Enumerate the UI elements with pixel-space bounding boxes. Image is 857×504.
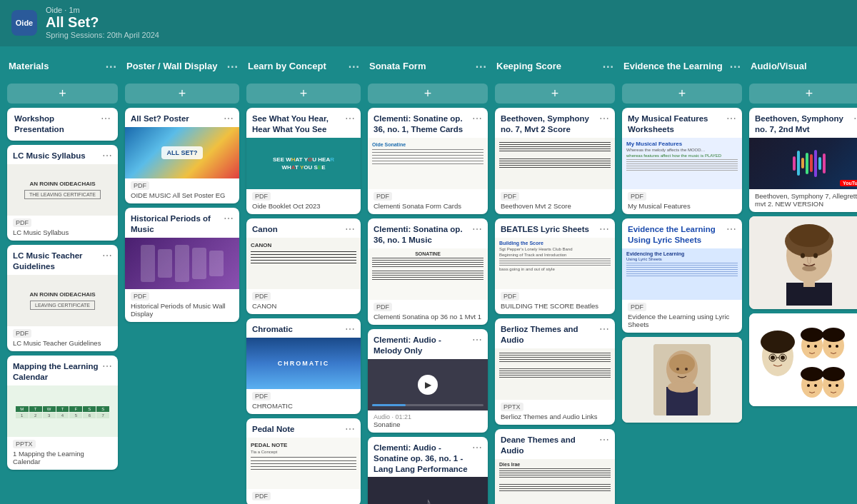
column-menu-materials[interactable]: ⋯ (105, 60, 116, 74)
column-menu-evidence[interactable]: ⋯ (729, 60, 741, 74)
svg-point-36 (822, 367, 845, 381)
column-keeping-score: Keeping Score ⋯ + Beethoven, Symphony no… (495, 54, 615, 504)
card-mapping-menu[interactable]: ⋯ (102, 361, 112, 372)
card-pedal-note-menu[interactable]: ⋯ (345, 423, 355, 435)
card-lc-teacher-tag: PDF (13, 329, 31, 338)
card-evidence-lyric-menu[interactable]: ⋯ (726, 223, 736, 235)
svg-point-5 (676, 368, 679, 371)
card-lc-teacher-label: LC Music Teacher Guidelines (13, 339, 112, 347)
add-card-materials[interactable]: + (7, 84, 118, 104)
card-clementi-music-title: Clementi: Sonatina op. 36, no. 1 Music (374, 224, 469, 246)
svg-point-28 (822, 328, 845, 342)
add-card-evidence[interactable]: + (622, 84, 742, 104)
column-header-evidence: Evidence the Learning ⋯ (622, 54, 742, 79)
svg-point-11 (801, 253, 805, 258)
card-beatles-lyric-menu[interactable]: ⋯ (599, 223, 609, 235)
card-my-musical-menu[interactable]: ⋯ (726, 113, 736, 124)
card-lc-syllabus-image: AN ROINN OIDEACHAIS THE LEAVING CERTIFIC… (7, 164, 118, 216)
svg-point-17 (761, 331, 795, 353)
column-menu-sonata[interactable]: ⋯ (475, 60, 486, 74)
card-lc-syllabus-menu[interactable]: ⋯ (102, 150, 112, 161)
card-lc-syllabus-tag: PDF (13, 218, 31, 227)
column-poster: Poster / Wall Display ⋯ + All Set? Poste… (125, 54, 239, 504)
card-beatles-lyric-title: BEATLES Lyric Sheets (501, 224, 596, 235)
card-allset-poster-label: OIDE MUSIC All Set Poster EG (131, 191, 234, 199)
card-beatles-cartoon-image (749, 313, 857, 406)
card-my-musical-title: My Musical Features Worksheets (628, 114, 723, 135)
card-clementi-music-menu[interactable]: ⋯ (472, 223, 482, 235)
card-lc-teacher-menu[interactable]: ⋯ (102, 250, 112, 261)
header-info: Oide · 1m All Set? Spring Sessions: 20th… (46, 6, 159, 39)
card-workshop-menu[interactable]: ⋯ (101, 113, 111, 124)
card-beethoven-score-label: Beethoven Mvt 2 Score (501, 202, 609, 210)
card-my-musical: My Musical Features Worksheets ⋯ My Musi… (622, 108, 742, 214)
card-chromatic: Chromatic ⋯ CHROMATIC PDF CHROMATIC (246, 318, 361, 414)
svg-point-15 (802, 266, 816, 271)
card-chromatic-menu[interactable]: ⋯ (345, 323, 355, 335)
card-berlioz-menu[interactable]: ⋯ (599, 323, 609, 335)
card-deane-menu[interactable]: ⋯ (599, 434, 609, 445)
column-menu-poster[interactable]: ⋯ (226, 60, 238, 74)
card-canon: Canon ⋯ CANON PDF CANON (246, 218, 361, 314)
card-clementi-audio: Clementi: Audio - Melody Only ⋯ ▶ Audio … (368, 329, 488, 433)
card-clementi-lang-menu[interactable]: ⋯ (472, 442, 482, 453)
card-beethoven-score-menu[interactable]: ⋯ (599, 113, 609, 124)
card-clementi-music-image: SONATINE (368, 248, 488, 300)
svg-point-19 (781, 356, 785, 360)
card-pedal-note-tag: PDF (252, 492, 271, 500)
card-clementi-cards-tag: PDF (374, 192, 392, 201)
add-card-keeping-score[interactable]: + (495, 84, 615, 104)
column-title-keeping-score: Keeping Score (496, 61, 602, 72)
add-card-audio-visual[interactable]: + (749, 84, 857, 104)
card-chromatic-tag: PDF (252, 392, 271, 400)
column-menu-keeping-score[interactable]: ⋯ (602, 60, 613, 74)
card-clementi-music-label: Clementi Sonatina op 36 no 1 Mvt 1 (374, 313, 482, 321)
card-mapping-image: M T W T F S S 1 2 3 4 (7, 385, 118, 437)
card-hist-periods: Historical Periods of Music ⋯ PDF Histor… (125, 208, 239, 322)
card-clementi-audio-menu[interactable]: ⋯ (472, 334, 482, 346)
svg-point-4 (668, 381, 696, 393)
card-allset-poster-title: All Set? Poster (131, 114, 221, 124)
card-pedal-note-title: Pedal Note (252, 424, 342, 435)
card-evidence-lyric-title: Evidence the Learning Using Lyric Sheets (628, 224, 723, 246)
card-allset-poster: All Set? Poster ⋯ ALL SET? PDF OIDE MUSI… (125, 108, 239, 203)
card-mapping-title: Mapping the Learning Calendar (13, 361, 99, 383)
column-header-sonata: Sonata Form ⋯ (368, 54, 488, 79)
card-beethoven-score-image (495, 138, 615, 189)
card-canon-image: CANON (246, 238, 361, 289)
add-card-poster[interactable]: + (125, 84, 239, 104)
card-deane: Deane Themes and Audio ⋯ Dies Irae (495, 429, 615, 504)
card-lc-syllabus: LC Music Syllabus ⋯ AN ROINN OIDEACHAIS … (7, 145, 118, 241)
column-header-keeping-score: Keeping Score ⋯ (495, 54, 615, 79)
card-beethoven-mvt-menu[interactable]: ⋯ (853, 113, 857, 124)
card-beatles-lyric-image: Building the Score Sgt Pepper's Lonely H… (495, 238, 615, 289)
card-my-musical-tag: PDF (628, 192, 646, 201)
card-clementi-cards-menu[interactable]: ⋯ (472, 113, 482, 124)
column-title-poster: Poster / Wall Display (126, 61, 226, 72)
card-clementi-audio-label: Sonatine (374, 420, 482, 428)
card-hist-periods-menu[interactable]: ⋯ (224, 213, 234, 224)
card-clementi-cards-title: Clementi: Sonatine op. 36, no. 1, Theme … (374, 114, 469, 135)
column-header-audio-visual: Audio/Visual ⋯ (749, 54, 857, 79)
card-clementi-cards-label: Clementi Sonata Form Cards (374, 202, 482, 210)
play-button-clementi-audio[interactable]: ▶ (418, 375, 438, 395)
card-clementi-music-tag: PDF (374, 303, 392, 311)
card-hist-periods-label: Historical Periods of Music Wall Display (131, 302, 234, 318)
card-canon-menu[interactable]: ⋯ (345, 223, 355, 235)
card-hist-periods-title: Historical Periods of Music (131, 213, 221, 235)
add-card-sonata[interactable]: + (368, 84, 488, 104)
card-evidence-lyric-image: Evidencing the Learning Using Lyric Shee… (622, 248, 742, 300)
card-see-what-menu[interactable]: ⋯ (345, 113, 355, 124)
card-clementi-audio-duration: Audio · 01:21 (374, 413, 482, 420)
card-clementi-lang-image: ♪ (368, 477, 488, 504)
card-clementi-music: Clementi: Sonatina op. 36, no. 1 Music ⋯… (368, 218, 488, 325)
svg-point-34 (814, 384, 817, 387)
svg-point-38 (836, 384, 838, 387)
column-menu-learn-concept[interactable]: ⋯ (348, 60, 359, 74)
card-chromatic-title: Chromatic (252, 324, 342, 335)
card-allset-poster-menu[interactable]: ⋯ (224, 113, 234, 124)
card-chromatic-label: CHROMATIC (252, 402, 355, 410)
card-clementi-lang: Clementi: Audio - Sonatine op. 36, no. 1… (368, 437, 488, 504)
card-canon-title: Canon (252, 224, 342, 235)
add-card-learn-concept[interactable]: + (246, 84, 361, 104)
